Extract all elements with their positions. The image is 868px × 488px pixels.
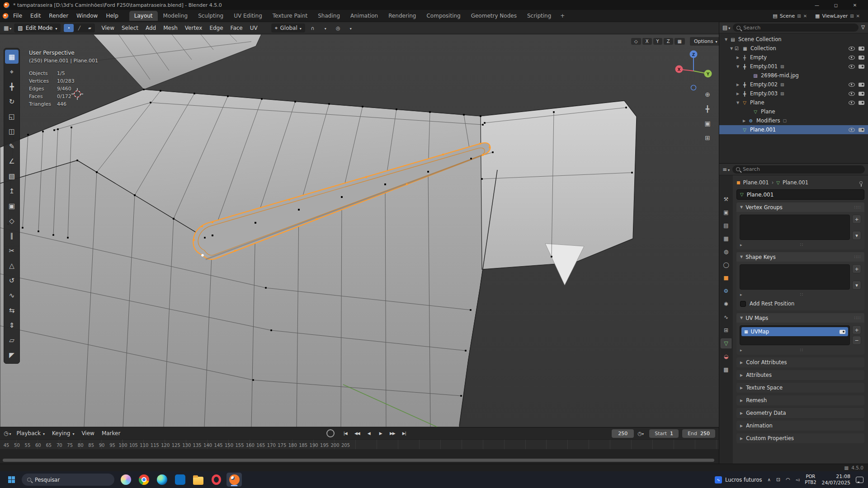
copilot-icon[interactable] (118, 473, 133, 487)
camera-icon[interactable] (859, 47, 864, 51)
news-widget[interactable]: ∿ Lucros futuros (715, 476, 762, 483)
transform-tool[interactable]: ◫ (5, 124, 19, 138)
camera-icon[interactable] (859, 128, 864, 132)
viewport-3d[interactable]: Z X Y User Perspective (250) Plane.001 |… (0, 34, 719, 427)
mode-dropdown[interactable]: Edit Mode (14, 23, 61, 33)
face-select-mode[interactable]: ▰ (85, 24, 94, 32)
object-data-tab[interactable]: ▽ (721, 338, 731, 348)
playback-sync-dropdown[interactable] (636, 429, 646, 438)
eye-icon[interactable] (849, 56, 855, 60)
header-menu-item[interactable]: Edge (206, 23, 226, 33)
play-button[interactable]: ▶ (375, 429, 386, 438)
collection-checkbox[interactable]: ☑ (735, 46, 741, 51)
jump-to-start-button[interactable]: |◀ (340, 429, 351, 438)
particles-tab[interactable]: ✱ (721, 299, 731, 309)
remove-viewlayer-icon[interactable] (856, 14, 860, 19)
poly-build-tool[interactable]: △ (5, 258, 19, 272)
expander-icon[interactable]: ▶ (735, 56, 741, 60)
workspace-tab[interactable]: Shading (313, 11, 345, 21)
uv-maps-list[interactable]: ▦ UVMap (740, 325, 850, 345)
new-viewlayer-icon[interactable] (850, 14, 854, 19)
outliner-row[interactable]: ▶ ╋ Empty (719, 53, 868, 62)
measure-tool[interactable]: ∠ (5, 154, 19, 168)
smooth-tool[interactable]: ∿ (5, 288, 19, 302)
zoom-icon[interactable]: ⊕ (702, 89, 713, 100)
header-menu-item[interactable]: UV (246, 23, 261, 33)
menu-item[interactable]: Help (102, 11, 122, 20)
collapsed-section-header[interactable]: ▶Color Attributes (736, 357, 864, 367)
material-tab[interactable]: ◒ (721, 352, 731, 361)
outliner-row[interactable]: ▼ ▤ Scene Collection (719, 35, 868, 44)
properties-search-input[interactable]: Search (732, 165, 865, 174)
outliner-row[interactable]: ▼ ▽ Plane (719, 98, 868, 107)
tool-tab[interactable]: ⚒ (721, 194, 731, 204)
uv-maps-header[interactable]: ▼UV Maps (736, 313, 864, 323)
gizmo-minus-z-axis[interactable] (691, 85, 696, 90)
scale-tool[interactable]: ◱ (5, 109, 19, 123)
output-tab[interactable]: ▤ (721, 221, 731, 230)
opera-icon[interactable] (208, 473, 224, 487)
workspace-tab[interactable]: UV Editing (229, 11, 267, 21)
cursor-tool[interactable]: ⌖ (5, 65, 19, 79)
render-camera-icon[interactable] (840, 330, 845, 334)
network-icon[interactable] (786, 477, 790, 483)
maximize-button[interactable]: ◻ (826, 0, 845, 10)
eye-icon[interactable] (849, 101, 855, 105)
timeline-menu-item[interactable]: Marker (98, 429, 124, 438)
vertex-groups-list[interactable] (740, 215, 850, 240)
notification-icon[interactable] (856, 477, 863, 483)
new-scene-icon[interactable] (797, 14, 801, 19)
prev-keyframe-button[interactable]: ◀◀ (352, 429, 363, 438)
bevel-tool[interactable]: ◇ (5, 214, 19, 228)
expander-icon[interactable]: ▶ (735, 83, 741, 87)
constraints-tab[interactable]: ⊞ (721, 325, 731, 335)
eye-icon[interactable] (849, 65, 855, 69)
proportional-editing-button[interactable] (333, 23, 343, 33)
pin-icon[interactable] (859, 181, 863, 184)
add-cube-tool[interactable]: ▧ (5, 169, 19, 183)
add-rest-position-checkbox[interactable] (740, 301, 746, 307)
uv-map-item[interactable]: ▦ UVMap (741, 327, 848, 336)
mesh-scene[interactable]: Z X Y (0, 34, 719, 427)
vertex-group-specials-button[interactable] (852, 231, 861, 240)
camera-icon[interactable] (859, 56, 864, 60)
expander-icon[interactable]: ▼ (735, 65, 741, 69)
snap-symmetry-icon[interactable] (675, 38, 685, 45)
timeline-editor-type-button[interactable] (4, 430, 11, 436)
play-reverse-button[interactable]: ◀ (363, 429, 374, 438)
subpanel-expander[interactable]: ▸ (740, 243, 742, 247)
add-shape-key-button[interactable] (852, 264, 861, 273)
object-tab[interactable]: ■ (721, 273, 731, 283)
shrink-fatten-tool[interactable]: ⇕ (5, 318, 19, 332)
texture-tab[interactable]: ▩ (721, 365, 731, 375)
vertex-select-mode[interactable]: • (64, 24, 74, 32)
mirror-axis-toggle[interactable]: Z (664, 38, 673, 45)
camera-icon[interactable] (859, 65, 864, 69)
datablock-name-field[interactable]: Plane.001 (736, 189, 864, 200)
outliner-row[interactable]: ▶ ╋ Empty.002 ▨ (719, 80, 868, 89)
camera-icon[interactable] (859, 92, 864, 96)
monitor-tray-icon[interactable] (776, 477, 780, 483)
shear-tool[interactable]: ▱ (5, 333, 19, 347)
outliner-editor-type-button[interactable] (722, 24, 730, 31)
header-menu-item[interactable]: Face (227, 23, 246, 33)
subpanel-expander[interactable]: ▸ (740, 348, 742, 352)
timeline-menu-item[interactable]: Keying (48, 429, 78, 438)
snap-toggle-button[interactable] (308, 23, 318, 33)
header-menu-item[interactable]: Vertex (181, 23, 206, 33)
shape-keys-header[interactable]: ▼Shape Keys (736, 252, 864, 262)
shape-keys-list[interactable] (740, 264, 850, 290)
workspace-tab[interactable]: Rendering (383, 11, 421, 21)
knife-tool[interactable]: ✂ (5, 244, 19, 258)
shape-key-specials-button[interactable] (852, 281, 861, 290)
move-tool[interactable]: ╋ (5, 80, 19, 94)
tray-chevron-icon[interactable]: ∧ (768, 477, 771, 482)
chrome-icon[interactable] (136, 473, 151, 487)
collapsed-section-header[interactable]: ▶Custom Properties (736, 433, 864, 443)
expander-icon[interactable]: ▼ (723, 38, 729, 42)
eye-icon[interactable] (849, 47, 855, 51)
eye-icon[interactable] (849, 128, 855, 132)
jump-to-end-button[interactable]: ▶| (399, 429, 410, 438)
world-tab[interactable]: ◯ (721, 260, 731, 270)
eye-icon[interactable] (849, 92, 855, 96)
